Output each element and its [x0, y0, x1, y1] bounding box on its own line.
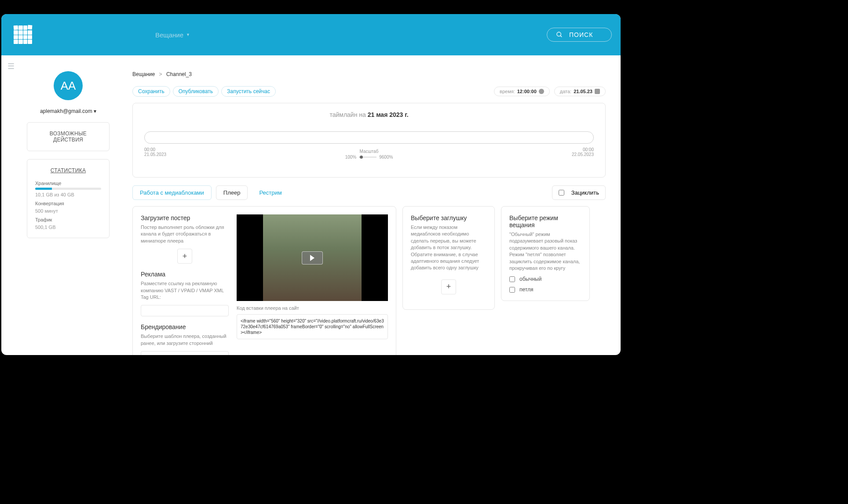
publish-button[interactable]: Опубликовать	[173, 86, 219, 97]
embed-code[interactable]: <iframe width="560" height="320" src="//…	[237, 314, 388, 339]
poster-player-card: Загрузите постер Постер выполняет роль о…	[132, 206, 396, 355]
date-pill[interactable]: дата: 21.05.23	[554, 87, 606, 96]
storage-bar	[35, 188, 101, 190]
ads-desc: Разместите ссылку на рекламную компанию …	[141, 280, 229, 301]
search-icon	[556, 31, 563, 38]
app-header: Вещание ▼ ПОИСК	[1, 14, 621, 55]
logo	[14, 25, 32, 44]
mode-card: Выберите режим вещания "Обычный" режим п…	[501, 206, 590, 301]
storage-value: 10,1 GB из 40 GB	[35, 192, 101, 197]
timeline-title: таймлайн на 21 мая 2023 г.	[144, 111, 594, 118]
clock-icon	[539, 89, 544, 94]
main-content: Вещание > Channel_3 Сохранить Опубликова…	[132, 71, 606, 355]
mode-loop-checkbox[interactable]	[509, 287, 515, 293]
breadcrumb: Вещание > Channel_3	[132, 71, 606, 77]
zoom-control: Масштаб 100% 9600%	[144, 149, 594, 160]
video-preview	[237, 214, 388, 301]
action-row: Сохранить Опубликовать Запустить сейчас …	[132, 86, 606, 97]
mode-desc: "Обычный" режим подразумевает разовый по…	[509, 231, 581, 272]
tab-mediablocks[interactable]: Работа с медиаблоками	[132, 185, 212, 200]
timeline-card: таймлайн на 21 мая 2023 г. 00:00 21.05.2…	[132, 103, 606, 178]
content-grid: Загрузите постер Постер выполняет роль о…	[132, 206, 606, 355]
chevron-down-icon: ▼	[219, 354, 224, 355]
time-pill[interactable]: время: 12:00:00	[494, 87, 550, 96]
placeholder-card: Выберите заглушку Если между показом мед…	[402, 206, 495, 310]
mode-title: Выберите режим вещания	[509, 214, 581, 228]
placeholder-desc: Если между показом медиаблоков необходим…	[411, 224, 486, 272]
actions-panel: ВОЗМОЖНЫЕ ДЕЙСТВИЯ	[27, 122, 110, 151]
breadcrumb-root[interactable]: Вещание	[132, 71, 155, 77]
breadcrumb-current: Channel_3	[166, 71, 192, 77]
search-input[interactable]: ПОИСК	[547, 28, 612, 42]
ads-url-input[interactable]	[141, 305, 229, 316]
convert-label: Конвертация	[35, 201, 101, 206]
embed-label: Код вставки плеера на сайт	[237, 305, 388, 311]
branding-desc: Выберите шаблон плеера, созданный ранее,…	[141, 333, 229, 347]
actions-panel-title: ВОЗМОЖНЫЕ ДЕЙСТВИЯ	[35, 131, 101, 143]
mode-loop-option[interactable]: петля	[509, 286, 581, 293]
chevron-down-icon: ▼	[186, 33, 190, 37]
convert-value: 500 минут	[35, 208, 101, 214]
chevron-down-icon: ▾	[94, 108, 96, 114]
user-email-dropdown[interactable]: aplemakh@gmail.com ▾	[27, 108, 110, 114]
stats-panel: СТАТИСТИКА Хранилище 10,1 GB из 40 GB Ко…	[27, 159, 110, 238]
search-placeholder: ПОИСК	[569, 31, 593, 38]
zoom-slider[interactable]	[359, 157, 376, 157]
hamburger-icon[interactable]: ☰	[7, 62, 15, 71]
storage-label: Хранилище	[35, 181, 101, 186]
play-button[interactable]	[302, 251, 323, 265]
play-icon	[310, 255, 314, 261]
player-template-select[interactable]: player_template1 ▼	[141, 351, 229, 355]
loop-toggle[interactable]: Зациклить	[552, 185, 606, 200]
tab-player[interactable]: Плеер	[216, 185, 248, 200]
save-button[interactable]: Сохранить	[132, 86, 170, 97]
placeholder-title: Выберите заглушку	[411, 214, 486, 221]
ads-title: Реклама	[141, 271, 229, 278]
avatar: AA	[54, 71, 83, 100]
stats-panel-title[interactable]: СТАТИСТИКА	[35, 167, 101, 174]
run-now-button[interactable]: Запустить сейчас	[221, 86, 276, 97]
add-poster-button[interactable]: +	[177, 249, 192, 264]
mode-normal-option[interactable]: обычный	[509, 276, 581, 282]
nav-label: Вещание	[155, 31, 183, 39]
timeline-track[interactable]	[144, 131, 594, 144]
calendar-icon	[595, 89, 600, 94]
tab-restream[interactable]: Рестрим	[252, 186, 289, 199]
loop-checkbox[interactable]	[559, 190, 564, 196]
tabs-row: Работа с медиаблоками Плеер Рестрим Заци…	[132, 185, 606, 200]
traffic-label: Трафик	[35, 217, 101, 222]
poster-desc: Постер выполняет роль обложки для канала…	[141, 224, 229, 244]
traffic-value: 500,1 GB	[35, 225, 101, 230]
poster-title: Загрузите постер	[141, 214, 229, 221]
branding-title: Брендирование	[141, 323, 229, 330]
mode-normal-checkbox[interactable]	[509, 276, 515, 282]
nav-broadcast-menu[interactable]: Вещание ▼	[155, 31, 190, 39]
add-placeholder-button[interactable]: +	[441, 279, 456, 294]
sidebar: AA aplemakh@gmail.com ▾ ВОЗМОЖНЫЕ ДЕЙСТВ…	[27, 71, 110, 238]
svg-line-1	[560, 36, 562, 37]
svg-point-0	[557, 32, 561, 36]
